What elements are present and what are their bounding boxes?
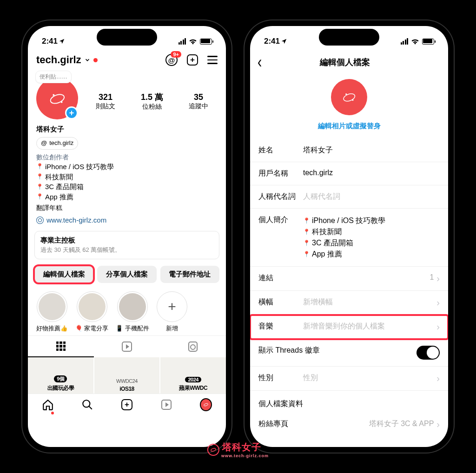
tab-reels[interactable] xyxy=(94,336,160,357)
threads-badge-toggle[interactable] xyxy=(416,346,440,360)
note-chip[interactable]: 便利貼…… xyxy=(35,71,72,83)
edit-profile-button[interactable]: 編輯個人檔案 xyxy=(34,266,93,283)
nav-reels[interactable] xyxy=(160,399,172,411)
row-fanpage[interactable]: 粉絲專頁 塔科女子 3C & APP › xyxy=(250,413,448,436)
pin-icon: 📍 xyxy=(36,173,43,181)
stats-row: + 321 則貼文 1.5 萬 位粉絲 35 追蹤中 xyxy=(28,83,226,122)
label-music: 音樂 xyxy=(258,322,303,331)
svg-point-2 xyxy=(61,101,63,103)
chevron-right-icon: › xyxy=(436,273,440,284)
avatar-icon xyxy=(340,88,358,106)
row-links[interactable]: 連結 1 › xyxy=(250,267,448,291)
screen-right: 2:41 ‹ 編輯個人檔案 編輯相片或虛擬替身 姓名 塔科女子 用戶名稱 xyxy=(250,26,448,447)
pin-icon: 📍 xyxy=(303,228,310,236)
add-story-button[interactable]: + xyxy=(65,106,78,119)
row-pronouns[interactable]: 人稱代名詞 人稱代名詞 xyxy=(250,185,448,209)
following-count: 35 xyxy=(179,92,218,102)
profile-header: tech.girlz @ 9+ + xyxy=(28,52,226,71)
translate-link[interactable]: 翻譯年糕 xyxy=(36,203,218,212)
menu-button[interactable] xyxy=(207,56,218,64)
followers-count: 1.5 萬 xyxy=(133,92,171,103)
grid-icon xyxy=(56,342,66,351)
nav-home[interactable] xyxy=(42,399,54,411)
row-name[interactable]: 姓名 塔科女子 xyxy=(250,139,448,162)
nav-create[interactable]: + xyxy=(121,399,133,411)
row-bio[interactable]: 個人簡介 📍iPhone / iOS 技巧教學 📍科技新聞 📍3C 產品開箱 📍… xyxy=(250,209,448,267)
stat-following[interactable]: 35 追蹤中 xyxy=(179,92,218,111)
bio-1: iPhone / iOS 技巧教學 xyxy=(312,215,385,226)
placeholder-banner: 新增橫幅 xyxy=(303,297,434,307)
highlights-row: 好物推薦👍 🎈 家電分享 📱 手機配件 +新增 xyxy=(28,285,226,335)
stat-posts[interactable]: 321 則貼文 xyxy=(86,92,125,111)
highlight-1[interactable]: 好物推薦👍 xyxy=(36,291,68,333)
row-threads-badge[interactable]: 顯示 Threads 徽章 xyxy=(250,339,448,367)
row-username[interactable]: 用戶名稱 tech.girlz xyxy=(250,162,448,185)
row-gender[interactable]: 性別 性別 › xyxy=(250,367,448,391)
display-name: 塔科女子 xyxy=(36,124,218,134)
pin-icon: 📍 xyxy=(36,163,43,171)
highlight-3[interactable]: 📱 手機配件 xyxy=(116,291,149,333)
bottom-nav: + xyxy=(28,394,226,419)
post-2[interactable]: WWDC24iOS18 xyxy=(94,357,160,394)
reels-icon xyxy=(122,342,132,352)
location-icon xyxy=(281,38,287,45)
row-banner[interactable]: 橫幅 新增橫幅 › xyxy=(250,291,448,315)
notch xyxy=(97,29,157,46)
highlight-add[interactable]: +新增 xyxy=(157,291,187,333)
post-3[interactable]: 2024蘋果WWDC xyxy=(160,357,226,394)
avatar[interactable] xyxy=(331,79,367,115)
wifi-icon xyxy=(189,38,197,45)
nav-profile[interactable] xyxy=(200,399,212,411)
svg-point-8 xyxy=(352,99,353,101)
avatar[interactable]: + xyxy=(36,78,78,119)
wifi-icon xyxy=(411,38,419,45)
post-3-title: 蘋果WWDC xyxy=(179,384,207,392)
nav-search[interactable] xyxy=(81,399,93,411)
threads-chip[interactable]: @ tech.girlz xyxy=(36,137,78,150)
location-icon xyxy=(59,38,65,45)
tab-tagged[interactable] xyxy=(160,336,226,357)
category: 數位創作者 xyxy=(36,152,218,162)
section-profile-info: 個人檔案資料 xyxy=(250,391,448,413)
threads-button[interactable]: @ 9+ xyxy=(165,54,178,66)
placeholder-music: 新增音樂到你的個人檔案 xyxy=(303,322,434,331)
create-button[interactable]: + xyxy=(187,54,198,66)
post-1[interactable]: 9個出國玩必學 xyxy=(28,357,93,394)
search-icon xyxy=(81,399,93,411)
stat-followers[interactable]: 1.5 萬 位粉絲 xyxy=(133,92,171,111)
chevron-right-icon: › xyxy=(436,297,440,308)
row-music[interactable]: 音樂 新增音樂到你的個人檔案 › xyxy=(250,315,448,339)
screen-left: 2:41 tech.girlz @ 9+ + xyxy=(28,26,226,447)
profile-buttons: 編輯個人檔案 分享個人檔案 電子郵件地址 xyxy=(28,264,226,285)
back-button[interactable]: ‹ xyxy=(258,53,262,72)
profile-tabs xyxy=(28,335,226,357)
watermark-icon xyxy=(207,444,219,456)
highlight-2-label: 🎈 家電分享 xyxy=(75,325,108,333)
phone-left: 2:41 tech.girlz @ 9+ + xyxy=(22,20,231,453)
watermark-sub: www.tech-girlz.com xyxy=(221,453,269,458)
username-switcher[interactable]: tech.girlz xyxy=(36,54,98,66)
website-url: www.tech-girlz.com xyxy=(46,215,106,225)
edit-photo-link[interactable]: 編輯相片或虛擬替身 xyxy=(318,122,381,131)
battery-icon xyxy=(422,39,434,45)
tab-grid[interactable] xyxy=(28,336,94,357)
bio-3: 3C 產品開箱 xyxy=(312,237,353,249)
threads-handle: tech.girlz xyxy=(49,139,73,148)
avatar-section: 編輯相片或虛擬替身 xyxy=(250,74,448,139)
highlight-2[interactable]: 🎈 家電分享 xyxy=(75,291,108,333)
svg-point-1 xyxy=(53,94,54,96)
post-1-title: 出國玩必學 xyxy=(47,384,74,392)
dashboard-title: 專業主控板 xyxy=(40,236,213,245)
nav-notification-dot xyxy=(51,412,54,414)
website-link[interactable]: www.tech-girlz.com xyxy=(36,215,218,225)
value-bio: 📍iPhone / iOS 技巧教學 📍科技新聞 📍3C 產品開箱 📍App 推… xyxy=(303,215,440,260)
value-name: 塔科女子 xyxy=(303,145,440,155)
pro-dashboard[interactable]: 專業主控板 過去 30 天觸及 62 萬個帳號。 xyxy=(34,231,219,259)
svg-point-5 xyxy=(204,403,208,407)
bio-line-4: App 推薦 xyxy=(45,192,73,202)
share-profile-button[interactable]: 分享個人檔案 xyxy=(97,266,156,283)
svg-point-3 xyxy=(83,400,90,407)
reels-icon xyxy=(161,400,172,410)
email-button[interactable]: 電子郵件地址 xyxy=(160,266,219,283)
label-threads-badge: 顯示 Threads 徽章 xyxy=(258,346,416,355)
